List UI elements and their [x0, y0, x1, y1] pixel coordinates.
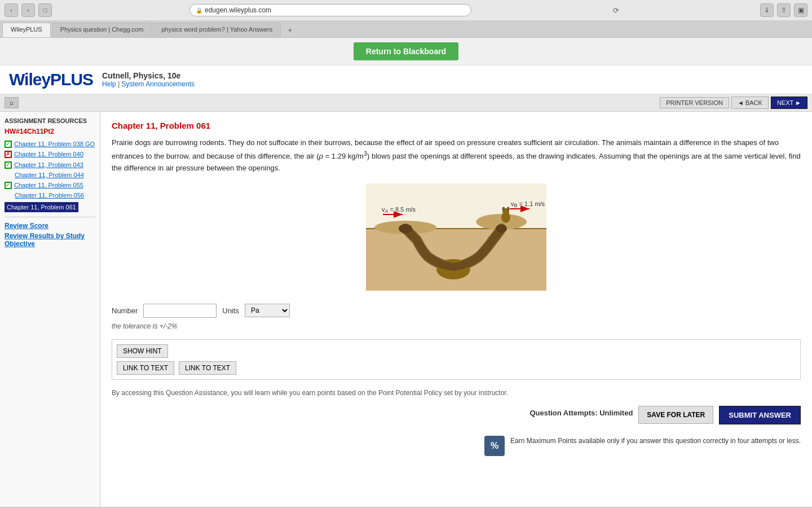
submit-section: Question Attempts: Unlimited SAVE FOR LA… [112, 406, 801, 456]
address-bar[interactable]: 🔒 edugen.wileyplus.com [189, 4, 471, 16]
hw-link[interactable]: HW#14Ch11Pt2 [5, 128, 95, 135]
wiley-logo: WileyPLUS [9, 70, 93, 89]
sidebar-section-title: ASSIGNMENT RESOURCES [5, 117, 95, 124]
sidebar-item-link-040[interactable]: Chapter 11, Problem 040 [14, 150, 83, 158]
sidebar-item-044: Chapter 11, Problem 044 [5, 171, 95, 179]
sidebar-item-056: Chapter 11, Problem 056 [5, 191, 95, 199]
link-to-text-btn-2[interactable]: LINK TO TEXT [179, 361, 236, 375]
back-nav-btn[interactable]: ‹ [5, 3, 18, 17]
toolbar-right: PRINTER VERSION ◄ BACK NEXT ► [660, 97, 807, 109]
svg-point-6 [399, 224, 412, 233]
problem-title: Chapter 11, Problem 061 [112, 121, 801, 130]
percent-icon: % [484, 436, 505, 456]
problem-image: vA = 8.5 m/s vB = 1.1 m/s [112, 183, 801, 292]
link-to-text-btn-1[interactable]: LINK TO TEXT [117, 361, 174, 375]
tab-wileyplus[interactable]: WileyPLUS [2, 23, 51, 37]
sidebar-item-038go: Chapter 11, Problem 038 GO [5, 140, 95, 148]
link-row: LINK TO TEXT LINK TO TEXT [117, 361, 796, 375]
units-select[interactable]: Pa N/m² kPa [245, 304, 290, 317]
units-label: Units [222, 306, 239, 315]
help-link[interactable]: Help [102, 80, 116, 88]
window-icon[interactable]: ▣ [794, 3, 807, 17]
wiley-header: WileyPLUS Cutnell, Physics, 10e Help | S… [0, 65, 812, 94]
number-label: Number [112, 306, 138, 315]
tolerance-text: the tolerance is +/-2% [112, 322, 801, 330]
answer-row: Number Units Pa N/m² kPa [112, 304, 801, 318]
header-info: Cutnell, Physics, 10e Help | System Anno… [102, 71, 195, 88]
share-icon[interactable]: ⇧ [777, 3, 791, 17]
svg-point-7 [496, 225, 507, 233]
forward-nav-btn[interactable]: › [21, 3, 35, 17]
book-title: Cutnell, Physics, 10e [102, 71, 195, 80]
browser-toolbar: ‹ › □ 🔒 edugen.wileyplus.com ⟳ ⇓ ⇧ ▣ [0, 0, 812, 20]
checkbox-checked-icon-3 [5, 182, 12, 189]
sidebar-item-055: Chapter 11, Problem 055 [5, 181, 95, 189]
back-btn[interactable]: ◄ BACK [731, 97, 769, 109]
attempts-label: Question Attempts: Unlimited [529, 409, 633, 417]
policy-text: By accessing this Question Assistance, y… [112, 389, 801, 397]
page-toolbar: ⌂ PRINTER VERSION ◄ BACK NEXT ► [0, 94, 812, 112]
browser-tabs: WileyPLUS Physics question | Chegg.com p… [0, 20, 812, 37]
points-text: Earn Maximum Points available only if yo… [510, 436, 801, 446]
return-blackboard-btn[interactable]: Return to Blackboard [354, 42, 458, 60]
sidebar-item-link-056[interactable]: Chapter 11, Problem 056 [15, 192, 84, 199]
tab-add-btn[interactable]: + [282, 23, 298, 37]
review-score-link[interactable]: Review Score [5, 222, 95, 230]
save-later-btn[interactable]: SAVE FOR LATER [638, 406, 713, 424]
problem-text: Prairie dogs are burrowing rodents. They… [112, 137, 801, 174]
sidebar-item-link-061[interactable]: Chapter 11, Problem 061 [5, 202, 78, 212]
sidebar-item-link-038go[interactable]: Chapter 11, Problem 038 GO [14, 140, 95, 148]
printer-version-btn[interactable]: PRINTER VERSION [660, 97, 729, 108]
tab-yahoo[interactable]: physics word problem? | Yahoo Answers [153, 23, 281, 37]
svg-point-10 [502, 207, 505, 211]
sidebar-item-link-044[interactable]: Chapter 11, Problem 044 [15, 172, 84, 178]
sidebar-item-link-043[interactable]: Chapter 11, Problem 043 [14, 161, 83, 169]
sidebar-item-043: Chapter 11, Problem 043 [5, 161, 95, 169]
home-btn[interactable]: ⌂ [5, 97, 19, 108]
content-area: Chapter 11, Problem 061 Prairie dogs are… [100, 112, 812, 507]
download-icon[interactable]: ⇓ [760, 3, 774, 17]
sidebar-item-040: Chapter 11, Problem 040 [5, 150, 95, 158]
checkbox-checked-icon-2 [5, 161, 12, 169]
hint-section: SHOW HINT LINK TO TEXT LINK TO TEXT [112, 339, 801, 380]
sidebar-divider [5, 217, 95, 217]
points-row: % Earn Maximum Points available only if … [484, 436, 801, 456]
view-btn[interactable]: □ [38, 3, 52, 17]
submit-answer-btn[interactable]: SUBMIT ANSWER [719, 406, 801, 424]
sidebar: ASSIGNMENT RESOURCES HW#14Ch11Pt2 Chapte… [0, 112, 100, 507]
checkbox-checked-icon [5, 141, 12, 148]
submit-row: Question Attempts: Unlimited SAVE FOR LA… [529, 406, 801, 424]
prairie-dog-svg: vA = 8.5 m/s vB = 1.1 m/s [366, 183, 546, 291]
header-links: Help | System Announcements [102, 80, 195, 88]
sidebar-item-link-055[interactable]: Chapter 11, Problem 055 [14, 181, 83, 189]
browser-chrome: ‹ › □ 🔒 edugen.wileyplus.com ⟳ ⇓ ⇧ ▣ Wil… [0, 0, 812, 38]
tab-chegg[interactable]: Physics question | Chegg.com [52, 23, 152, 37]
lock-icon: 🔒 [196, 7, 202, 14]
announcements-link[interactable]: System Announcements [122, 80, 195, 88]
url-text: edugen.wileyplus.com [205, 6, 271, 14]
reload-btn[interactable]: ⟳ [609, 3, 623, 17]
show-hint-btn[interactable]: SHOW HINT [117, 344, 168, 358]
svg-point-11 [507, 207, 510, 211]
main-layout: ASSIGNMENT RESOURCES HW#14Ch11Pt2 Chapte… [0, 112, 812, 507]
number-input[interactable] [143, 304, 217, 318]
checkbox-x-icon [5, 151, 12, 158]
browser-icons-right: ⇓ ⇧ ▣ [760, 3, 807, 17]
sidebar-item-061: Chapter 11, Problem 061 [5, 202, 95, 212]
review-results-link[interactable]: Review Results by Study Objective [5, 232, 95, 248]
next-btn[interactable]: NEXT ► [771, 97, 807, 109]
return-bar: Return to Blackboard [0, 38, 812, 65]
